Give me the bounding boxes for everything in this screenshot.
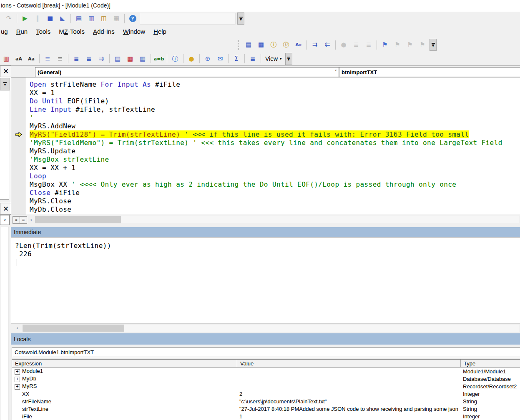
database-icon[interactable]: ●: [186, 54, 196, 64]
scroll-thumb[interactable]: [23, 325, 124, 332]
reset-icon[interactable]: ■: [45, 14, 55, 24]
window-title: ions - Cotswold [break] - [Module1 (Code…: [1, 2, 111, 9]
previous-bookmark-icon[interactable]: ⚑: [405, 40, 415, 50]
project-explorer-icon[interactable]: ▤: [74, 14, 84, 24]
uppercase-convert-icon[interactable]: Aa: [26, 54, 36, 64]
code-lines: Open strFileName For Input As #iFileXX =…: [30, 80, 520, 214]
close-icon[interactable]: ✕: [0, 65, 12, 77]
indent-icon[interactable]: ⇉: [310, 40, 320, 50]
toolbar-separator: [124, 14, 125, 23]
menu-item-ug[interactable]: ug: [0, 27, 12, 36]
column-header-expression[interactable]: Expression: [12, 360, 237, 367]
code-line: MyRS.AddNew: [30, 122, 520, 130]
view-dropdown[interactable]: View▾: [263, 55, 284, 63]
list-properties-methods-icon[interactable]: ▤: [244, 40, 254, 50]
comment-info-icon[interactable]: ⓘ: [170, 54, 180, 64]
docked-scrollbar[interactable]: ▼: [0, 78, 10, 90]
full-module-view-icon[interactable]: ≣: [20, 216, 27, 224]
chevron-down-icon: ▼: [3, 84, 7, 86]
numbered-list-icon[interactable]: ≡: [43, 54, 53, 64]
locals-row[interactable]: iFile1Integer: [12, 412, 520, 420]
lowercase-convert-icon[interactable]: aA: [14, 54, 24, 64]
locals-row[interactable]: +MyRSRecordset/Recordset2: [12, 382, 520, 390]
menu-item-window[interactable]: Window: [119, 27, 149, 36]
sum-icon[interactable]: Σ: [231, 54, 241, 64]
locals-pane-title: Locals: [14, 336, 30, 342]
docked-pane-left-lower: [0, 227, 8, 420]
edit-toolbar-options-icon[interactable]: ▼: [430, 39, 437, 51]
redo-icon[interactable]: ↷: [4, 14, 14, 24]
docked-combo[interactable]: ˅: [0, 215, 10, 225]
menu-item-run[interactable]: Run: [12, 27, 32, 36]
add-procedure-icon[interactable]: ▤: [113, 54, 123, 64]
code-line: Open strFileName For Input As #iFile: [30, 80, 520, 89]
scroll-left-icon[interactable]: ‹: [28, 216, 35, 223]
code-template-icon[interactable]: ▦: [138, 54, 148, 64]
procedure-list-icon[interactable]: ≣: [71, 54, 81, 64]
next-bookmark-icon[interactable]: ⚑: [392, 40, 402, 50]
menu-item-tools[interactable]: Tools: [32, 27, 55, 36]
locals-row[interactable]: strTextLine"27-Jul-2017 8:40:18 PMAdded …: [12, 405, 520, 412]
expand-icon[interactable]: +: [15, 369, 20, 375]
object-dropdown[interactable]: (General) ˅: [35, 67, 339, 77]
locals-row[interactable]: XX2Integer: [12, 390, 520, 398]
toolbar-grip[interactable]: [238, 40, 241, 50]
list-constants-icon[interactable]: ▦: [256, 40, 266, 50]
object-browser-icon[interactable]: ◫: [99, 14, 109, 24]
breakpoint-margin[interactable]: [11, 78, 26, 215]
properties-window-icon[interactable]: ▥: [86, 14, 96, 24]
immediate-hscrollbar[interactable]: ‹: [11, 323, 520, 332]
clear-all-bookmarks-icon[interactable]: ⚑: [417, 40, 427, 50]
code-editor[interactable]: Open strFileName For Input As #iFileXX =…: [11, 77, 520, 215]
scroll-thumb[interactable]: [35, 216, 121, 223]
procedure-view-icon[interactable]: ≡: [13, 216, 20, 224]
locals-row[interactable]: +MyDbDatabase/Database: [12, 375, 520, 382]
toolbox-icon[interactable]: ▦: [111, 14, 121, 24]
line-spacing-icon[interactable]: ≡: [55, 54, 65, 64]
text-caret: [17, 259, 17, 266]
menu-item-help[interactable]: Help: [149, 27, 171, 36]
mztools-toolbar-options-icon[interactable]: ▼: [285, 53, 292, 65]
complete-word-icon[interactable]: A»: [294, 40, 304, 50]
locals-context-box[interactable]: Cotswold.Module1.btnImportTXT: [12, 347, 520, 357]
toolbar-separator: [306, 40, 307, 50]
locals-rows: +Module1Module1/Module1+MyDbDatabase/Dat…: [12, 368, 520, 420]
outdent-icon[interactable]: ⇇: [322, 40, 332, 50]
immediate-window[interactable]: ?Len(Trim(strTextLine)) 226: [11, 237, 520, 323]
menu-item-mz-tools[interactable]: MZ-Tools: [55, 27, 89, 36]
close-icon[interactable]: ✕: [0, 203, 12, 215]
break-icon[interactable]: ∥: [33, 14, 43, 24]
expand-icon[interactable]: +: [15, 377, 20, 382]
code-hscrollbar[interactable]: ≡ ≣ ‹: [11, 215, 520, 224]
toggle-breakpoint-icon[interactable]: ●: [339, 40, 349, 50]
error-handler-icon[interactable]: ▦: [125, 54, 135, 64]
indent-lines-icon[interactable]: ⇉: [96, 54, 106, 64]
locals-expression: +Module1: [12, 368, 43, 375]
scroll-left-icon[interactable]: ‹: [14, 325, 21, 332]
quick-info-icon[interactable]: ⓘ: [269, 40, 279, 50]
web-browser-icon[interactable]: ⊕: [203, 54, 213, 64]
uncomment-block-icon[interactable]: ≣: [364, 40, 374, 50]
parameter-info-icon[interactable]: ⓟ: [281, 40, 291, 50]
design-mode-icon[interactable]: ◣: [58, 14, 68, 24]
menu-item-add-ins[interactable]: Add-Ins: [89, 27, 119, 36]
code-line: Do Until EOF(iFile): [30, 97, 520, 105]
module-statistics-icon[interactable]: ≣: [84, 54, 94, 64]
column-header-type[interactable]: Type: [461, 360, 520, 367]
sorted-list-icon[interactable]: ≣: [248, 54, 258, 64]
procedure-dropdown[interactable]: btnImportTXT: [339, 67, 520, 77]
help-icon[interactable]: ?: [128, 14, 138, 24]
expand-icon[interactable]: +: [15, 384, 20, 390]
locals-row[interactable]: strFileName"c:\users\jp\documents\PlainT…: [12, 398, 520, 405]
clipped-icon[interactable]: ▥: [1, 54, 11, 64]
toolbar-separator: [68, 54, 68, 63]
email-icon[interactable]: ✉: [215, 54, 225, 64]
column-header-value[interactable]: Value: [237, 360, 461, 367]
comment-block-icon[interactable]: ≣: [351, 40, 361, 50]
toolbar-options-icon[interactable]: ▼: [237, 12, 244, 25]
find-replace-icon[interactable]: a=b: [154, 54, 164, 64]
toolbar-separator: [228, 54, 229, 63]
toggle-bookmark-icon[interactable]: ⚑: [380, 40, 390, 50]
locals-row[interactable]: +Module1Module1/Module1: [12, 368, 520, 375]
run-icon[interactable]: ▶: [20, 14, 30, 24]
